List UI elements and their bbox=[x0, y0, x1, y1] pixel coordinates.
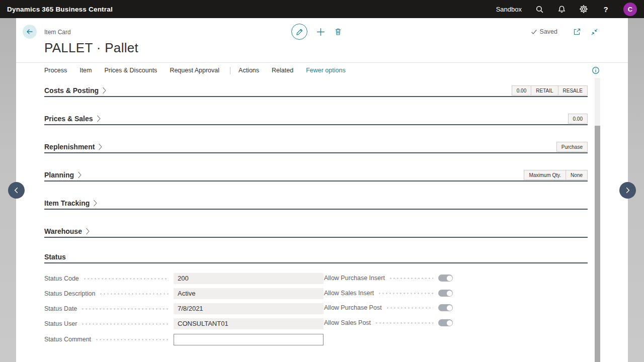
status-comment-input[interactable] bbox=[174, 334, 324, 345]
status-code-value[interactable]: 200 bbox=[174, 273, 324, 284]
field-status-user: Status User CONSULTANT01 bbox=[44, 318, 324, 329]
fasttab-summary-badges: 0.00 bbox=[569, 114, 588, 124]
field-allow-purchase-post: Allow Purchase Post bbox=[324, 302, 453, 313]
new-plus-icon[interactable] bbox=[316, 28, 325, 36]
toggle-knob bbox=[447, 320, 452, 326]
top-navigation-bar: Dynamics 365 Business Central Sandbox ? … bbox=[0, 0, 644, 18]
dotted-leader bbox=[389, 278, 433, 279]
app-title[interactable]: Dynamics 365 Business Central bbox=[7, 6, 113, 13]
edit-pencil-icon[interactable] bbox=[291, 24, 307, 40]
field-label: Status Comment bbox=[44, 336, 91, 343]
fewer-options-link[interactable]: Fewer options bbox=[306, 67, 346, 74]
ribbon-item-item[interactable]: Item bbox=[79, 67, 92, 74]
environment-label[interactable]: Sandbox bbox=[496, 6, 522, 13]
fasttab-label: Warehouse bbox=[44, 227, 82, 235]
fasttab-label: Status bbox=[44, 253, 66, 261]
ribbon-divider bbox=[230, 67, 230, 74]
account-avatar[interactable]: C bbox=[623, 3, 637, 16]
collapse-layout-icon[interactable] bbox=[591, 28, 598, 36]
topbar-actions: Sandbox ? C bbox=[496, 3, 637, 16]
summary-badge: 0.00 bbox=[568, 114, 588, 124]
status-date-value[interactable]: 7/8/2021 bbox=[174, 303, 324, 314]
action-ribbon: Process Item Prices & Discounts Request … bbox=[16, 62, 628, 78]
allow-sales-insert-toggle[interactable] bbox=[438, 290, 453, 297]
ribbon-item-prices-discounts[interactable]: Prices & Discounts bbox=[104, 67, 157, 74]
field-allow-sales-insert: Allow Sales Insert bbox=[324, 288, 453, 299]
field-label: Status Date bbox=[44, 305, 77, 312]
ribbon-item-request-approval[interactable]: Request Approval bbox=[170, 67, 219, 74]
info-icon[interactable] bbox=[592, 66, 600, 74]
fasttab-item-tracking[interactable]: Item Tracking bbox=[44, 198, 588, 210]
dotted-leader bbox=[95, 339, 169, 340]
fasttab-label: Replenishment bbox=[44, 143, 95, 151]
fasttab-warehouse[interactable]: Warehouse bbox=[44, 226, 588, 238]
toggle-knob bbox=[447, 276, 452, 281]
summary-badge: None bbox=[566, 170, 588, 180]
scrollbar-thumb[interactable] bbox=[595, 126, 600, 362]
previous-record-button[interactable] bbox=[8, 182, 25, 199]
save-status-label: Saved bbox=[540, 28, 557, 35]
notifications-bell-icon[interactable] bbox=[557, 5, 566, 14]
dotted-leader bbox=[81, 323, 169, 325]
field-allow-purchase-insert: Allow Purchase Insert bbox=[324, 273, 453, 284]
fasttab-costs-posting[interactable]: Costs & Posting 0.00 RETAIL RESALE bbox=[44, 85, 588, 97]
fasttab-planning[interactable]: Planning Maximum Qty. None bbox=[44, 169, 588, 182]
field-status-date: Status Date 7/8/2021 bbox=[44, 303, 324, 314]
page-type-caption: Item Card bbox=[44, 29, 71, 36]
ribbon-item-actions[interactable]: Actions bbox=[238, 67, 259, 74]
card-header: Item Card bbox=[16, 18, 628, 62]
field-label: Status User bbox=[44, 320, 77, 327]
toggle-knob bbox=[447, 305, 452, 311]
delete-trash-icon[interactable] bbox=[334, 28, 342, 36]
page-title: PALLET · Pallet bbox=[44, 40, 138, 56]
card-content: Costs & Posting 0.00 RETAIL RESALE Price… bbox=[16, 78, 628, 362]
allow-purchase-post-toggle[interactable] bbox=[438, 304, 453, 311]
fasttab-summary-badges: Maximum Qty. None bbox=[524, 170, 588, 180]
back-button[interactable] bbox=[23, 25, 37, 39]
dotted-leader bbox=[375, 322, 433, 324]
summary-badge: Purchase bbox=[556, 142, 588, 152]
save-status: Saved bbox=[531, 28, 557, 35]
fasttab-summary-badges: 0.00 RETAIL RESALE bbox=[512, 85, 588, 96]
page-background: Item Card bbox=[0, 18, 644, 362]
open-in-new-window-icon[interactable] bbox=[573, 28, 581, 36]
toggle-knob bbox=[447, 291, 452, 296]
field-label: Status Code bbox=[44, 275, 79, 282]
field-label: Allow Sales Post bbox=[324, 319, 371, 326]
chevron-right-icon bbox=[93, 200, 98, 207]
summary-badge: Maximum Qty. bbox=[524, 170, 566, 180]
allow-sales-post-toggle[interactable] bbox=[438, 319, 453, 326]
check-icon bbox=[531, 29, 537, 35]
fasttab-replenishment[interactable]: Replenishment Purchase bbox=[44, 141, 588, 153]
fasttab-status[interactable]: Status bbox=[44, 251, 588, 263]
fasttab-label: Prices & Sales bbox=[44, 115, 93, 123]
header-right-actions: Saved bbox=[531, 28, 598, 36]
field-label: Status Description bbox=[44, 290, 95, 297]
fasttab-label: Item Tracking bbox=[44, 199, 90, 207]
dotted-leader bbox=[378, 293, 433, 294]
field-status-code: Status Code 200 bbox=[44, 273, 324, 284]
help-icon[interactable]: ? bbox=[601, 5, 610, 14]
field-label: Allow Sales Insert bbox=[324, 290, 374, 297]
field-label: Allow Purchase Insert bbox=[324, 275, 385, 282]
field-status-comment: Status Comment bbox=[44, 334, 324, 345]
chevron-right-icon bbox=[86, 228, 90, 235]
allow-purchase-insert-toggle[interactable] bbox=[438, 275, 453, 282]
search-icon[interactable] bbox=[535, 5, 544, 14]
status-description-value[interactable]: Active bbox=[174, 288, 324, 299]
fasttab-prices-sales[interactable]: Prices & Sales 0.00 bbox=[44, 113, 588, 125]
summary-badge: RETAIL bbox=[531, 85, 558, 96]
chevron-right-icon bbox=[97, 115, 101, 122]
ribbon-item-related[interactable]: Related bbox=[272, 67, 293, 74]
vertical-scrollbar[interactable] bbox=[595, 78, 600, 362]
fasttab-label: Planning bbox=[44, 171, 74, 179]
fasttab-summary-badges: Purchase bbox=[557, 142, 588, 152]
chevron-right-icon bbox=[102, 87, 107, 94]
ribbon-item-process[interactable]: Process bbox=[44, 67, 67, 74]
item-card: Item Card bbox=[16, 18, 628, 362]
record-actions bbox=[291, 24, 342, 40]
dotted-leader bbox=[386, 307, 433, 309]
settings-gear-icon[interactable] bbox=[579, 5, 588, 14]
status-user-value[interactable]: CONSULTANT01 bbox=[174, 318, 324, 329]
next-record-button[interactable] bbox=[619, 182, 636, 199]
